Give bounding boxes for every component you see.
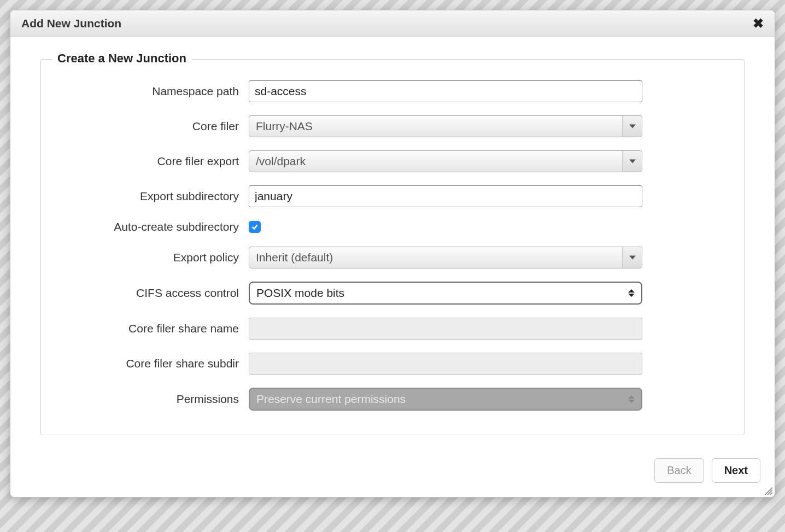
next-button[interactable]: Next xyxy=(712,458,760,483)
core-filer-export-select-value: /vol/dpark xyxy=(256,155,306,168)
auto-create-subdirectory-checkbox[interactable] xyxy=(249,221,261,233)
svg-marker-0 xyxy=(629,124,636,128)
core-filer-select[interactable]: Flurry-NAS xyxy=(249,115,642,137)
label-auto-create-subdirectory: Auto-create subdirectory xyxy=(63,220,249,233)
add-junction-dialog: Add New Junction ✖ Create a New Junction… xyxy=(10,10,775,498)
row-core-filer: Core filer Flurry-NAS xyxy=(63,115,722,137)
cifs-access-control-select-value: POSIX mode bits xyxy=(256,287,344,300)
core-filer-share-subdir-input xyxy=(249,353,642,375)
label-export-subdirectory: Export subdirectory xyxy=(63,190,249,203)
dialog-body: Create a New Junction Namespace path Cor… xyxy=(10,37,775,446)
close-icon[interactable]: ✖ xyxy=(753,17,764,30)
create-junction-fieldset: Create a New Junction Namespace path Cor… xyxy=(40,59,745,435)
row-core-filer-share-subdir: Core filer share subdir xyxy=(63,353,722,375)
label-core-filer-share-name: Core filer share name xyxy=(63,322,249,335)
svg-line-4 xyxy=(768,490,772,495)
back-button: Back xyxy=(654,458,704,483)
export-subdirectory-input[interactable] xyxy=(249,185,642,207)
chevron-down-icon xyxy=(622,247,642,268)
row-export-policy: Export policy Inherit (default) xyxy=(63,247,722,268)
export-policy-select-value: Inherit (default) xyxy=(256,251,333,264)
cifs-access-control-select[interactable]: POSIX mode bits xyxy=(249,282,642,305)
label-core-filer-export: Core filer export xyxy=(63,155,249,168)
permissions-select: Preserve current permissions xyxy=(249,388,642,411)
row-export-subdirectory: Export subdirectory xyxy=(63,185,722,207)
row-cifs-access-control: CIFS access control POSIX mode bits xyxy=(63,282,722,305)
updown-icon xyxy=(628,395,635,403)
dialog-footer: Back Next xyxy=(10,446,775,497)
core-filer-share-name-input xyxy=(249,318,642,340)
dialog-title: Add New Junction xyxy=(21,17,121,30)
chevron-down-icon xyxy=(622,116,642,137)
core-filer-export-select[interactable]: /vol/dpark xyxy=(249,150,642,172)
namespace-path-input[interactable] xyxy=(249,80,642,102)
row-core-filer-share-name: Core filer share name xyxy=(63,318,722,340)
export-policy-select[interactable]: Inherit (default) xyxy=(249,247,642,268)
row-core-filer-export: Core filer export /vol/dpark xyxy=(63,150,722,172)
permissions-select-value: Preserve current permissions xyxy=(256,393,406,406)
chevron-down-icon xyxy=(622,151,642,172)
row-auto-create-subdirectory: Auto-create subdirectory xyxy=(63,220,722,233)
updown-icon xyxy=(628,289,635,297)
row-namespace-path: Namespace path xyxy=(63,80,722,102)
svg-line-5 xyxy=(770,493,773,495)
label-namespace-path: Namespace path xyxy=(63,85,249,98)
label-core-filer-share-subdir: Core filer share subdir xyxy=(63,357,249,370)
label-core-filer: Core filer xyxy=(63,120,249,133)
label-export-policy: Export policy xyxy=(63,251,249,264)
label-cifs-access-control: CIFS access control xyxy=(63,287,249,300)
svg-marker-1 xyxy=(629,159,636,163)
row-permissions: Permissions Preserve current permissions xyxy=(63,388,722,411)
svg-marker-2 xyxy=(629,255,636,259)
core-filer-select-value: Flurry-NAS xyxy=(256,120,313,133)
fieldset-legend: Create a New Junction xyxy=(52,51,192,66)
label-permissions: Permissions xyxy=(63,393,249,406)
check-icon xyxy=(251,223,259,231)
dialog-titlebar: Add New Junction ✖ xyxy=(10,10,775,37)
resize-grip-icon[interactable] xyxy=(763,485,772,495)
